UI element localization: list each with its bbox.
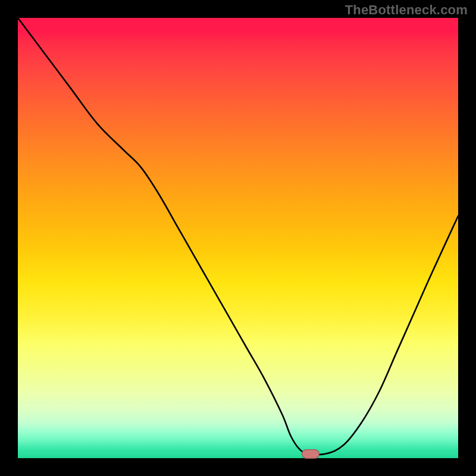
optimal-point-marker [302, 449, 320, 459]
chart-frame: TheBottleneck.com [0, 0, 476, 476]
bottleneck-curve [18, 18, 458, 458]
watermark-text: TheBottleneck.com [345, 2, 468, 18]
plot-border [18, 18, 458, 458]
plot-area [18, 18, 458, 458]
